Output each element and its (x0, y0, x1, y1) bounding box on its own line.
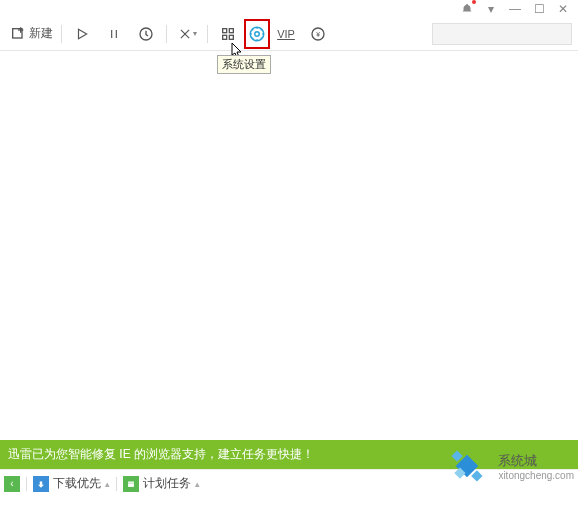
content-area (0, 51, 578, 440)
watermark-brand: 系统城 (498, 452, 574, 470)
coin-icon: ¥ (310, 26, 326, 42)
grid-view-button[interactable] (214, 20, 242, 48)
vip-button[interactable]: VIP (272, 20, 300, 48)
search-input[interactable] (433, 27, 578, 41)
settings-tooltip: 系统设置 (217, 55, 271, 74)
download-priority-label: 下载优先 (53, 475, 101, 492)
vip-label: VIP (277, 28, 295, 40)
maximize-button[interactable]: ☐ (532, 2, 546, 16)
pause-button[interactable] (100, 20, 128, 48)
dropdown-button[interactable]: ▾ (484, 2, 498, 16)
svg-rect-11 (223, 35, 227, 39)
schedule-badge-icon (123, 476, 139, 492)
separator (116, 477, 117, 491)
close-button[interactable]: ✕ (556, 2, 570, 16)
watermark-logo-icon (442, 448, 492, 484)
svg-text:¥: ¥ (316, 30, 320, 37)
new-task-label: 新建 (29, 25, 53, 42)
coin-button[interactable]: ¥ (304, 20, 332, 48)
svg-rect-12 (229, 35, 233, 39)
svg-rect-23 (472, 470, 483, 481)
new-task-button[interactable]: 新建 (6, 25, 57, 42)
svg-rect-10 (229, 28, 233, 32)
priority-icon (138, 26, 154, 42)
priority-button[interactable] (132, 20, 160, 48)
search-box[interactable] (432, 23, 572, 45)
svg-marker-3 (79, 29, 87, 38)
separator (61, 25, 62, 43)
play-icon (75, 27, 89, 41)
delete-icon (178, 27, 192, 41)
start-button[interactable] (68, 20, 96, 48)
priority-badge-icon (33, 476, 49, 492)
watermark: 系统城 xitongcheng.com (442, 448, 574, 484)
watermark-sub: xitongcheng.com (498, 470, 574, 481)
settings-button[interactable] (244, 19, 270, 49)
separator (26, 477, 27, 491)
svg-point-14 (255, 31, 260, 36)
settings-icon (248, 25, 266, 43)
minimize-button[interactable]: — (508, 2, 522, 16)
main-toolbar: 新建 ▾ VIP ¥ (0, 17, 578, 51)
pause-icon (107, 27, 121, 41)
svg-rect-19 (128, 481, 134, 486)
scheduled-tasks-label: 计划任务 (143, 475, 191, 492)
window-titlebar: ▾ — ☐ ✕ (0, 0, 578, 17)
download-priority-button[interactable]: 下载优先 ▴ (33, 475, 110, 492)
separator (166, 25, 167, 43)
separator (207, 25, 208, 43)
svg-rect-9 (223, 28, 227, 32)
grid-icon (220, 26, 236, 42)
svg-rect-22 (452, 450, 463, 461)
scheduled-tasks-button[interactable]: 计划任务 ▴ (123, 475, 200, 492)
delete-button[interactable]: ▾ (173, 20, 201, 48)
notification-icon[interactable] (460, 2, 474, 16)
new-icon (10, 26, 26, 42)
back-button[interactable]: ‹ (4, 476, 20, 492)
